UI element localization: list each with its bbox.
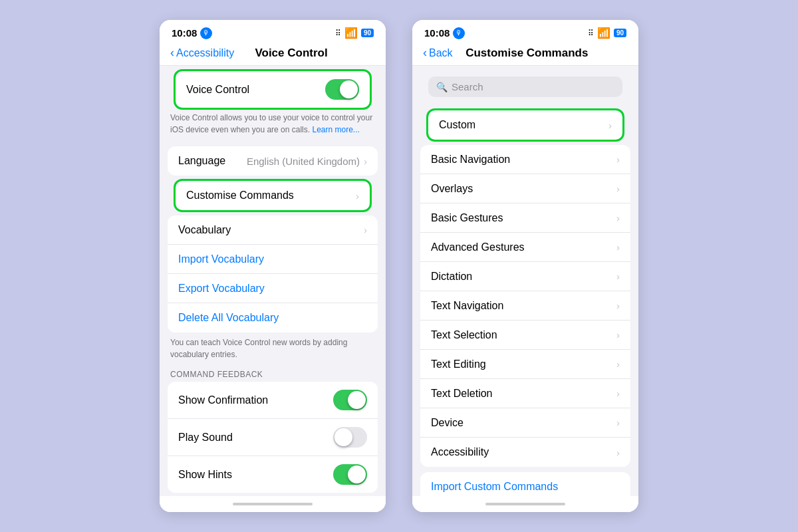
- nav-bar-1: ‹ Accessibility Voice Control: [160, 42, 386, 66]
- back-button-1[interactable]: ‹ Accessibility: [170, 46, 234, 60]
- accessibility-label: Accessibility: [431, 446, 616, 458]
- mic-icon-1: 🎙: [200, 27, 212, 39]
- text-selection-label: Text Selection: [431, 329, 616, 341]
- text-selection-chevron: ›: [616, 329, 620, 340]
- basic-gestures-chevron: ›: [616, 212, 620, 223]
- text-navigation-item[interactable]: Text Navigation ›: [420, 291, 630, 321]
- status-icons-1: ⠿ 📶 90: [335, 27, 374, 39]
- voice-control-group: Voice Control: [176, 71, 370, 108]
- advanced-gestures-chevron: ›: [616, 241, 620, 253]
- import-vocabulary-label: Import Vocabulary: [178, 253, 367, 265]
- voice-control-description: Voice Control allows you to use your voi…: [160, 108, 386, 141]
- basic-navigation-chevron: ›: [616, 154, 620, 165]
- nav-bar-2: ‹ Back Customise Commands: [412, 42, 638, 66]
- customise-commands-group: Customise Commands ›: [176, 181, 370, 210]
- customise-commands-wrapper: Customise Commands ›: [168, 181, 378, 210]
- signal-icon-2: ⠿: [588, 29, 594, 38]
- nav-title-2: Customise Commands: [466, 47, 588, 60]
- export-vocabulary-item[interactable]: Export Vocabulary: [168, 274, 378, 303]
- text-navigation-chevron: ›: [616, 300, 620, 311]
- import-custom-commands-label: Import Custom Commands: [431, 481, 620, 493]
- bottom-links-group: Import Custom Commands Export Custom Com…: [420, 472, 630, 496]
- customise-commands-label: Customise Commands: [186, 190, 356, 201]
- wifi-icon-2: 📶: [597, 27, 610, 39]
- overlays-item[interactable]: Overlays ›: [420, 174, 630, 203]
- vocabulary-chevron: ›: [364, 224, 367, 235]
- show-hints-label: Show Hints: [178, 469, 333, 481]
- battery-1: 90: [361, 29, 374, 37]
- text-selection-item[interactable]: Text Selection ›: [420, 321, 630, 350]
- basic-gestures-item[interactable]: Basic Gestures ›: [420, 203, 630, 233]
- scroll-area-1[interactable]: Voice Control Voice Control allows you t…: [160, 66, 386, 496]
- text-navigation-label: Text Navigation: [431, 300, 616, 312]
- play-sound-label: Play Sound: [178, 432, 333, 444]
- show-confirmation-label: Show Confirmation: [178, 394, 333, 406]
- vocabulary-item[interactable]: Vocabulary ›: [168, 215, 378, 245]
- search-bar-2[interactable]: 🔍 Search: [428, 76, 622, 97]
- toggle-thumb-sc: [348, 391, 366, 409]
- show-hints-toggle[interactable]: [333, 464, 367, 485]
- show-confirmation-item[interactable]: Show Confirmation: [168, 382, 378, 419]
- bottom-bar-1: [160, 496, 386, 512]
- export-vocabulary-label: Export Vocabulary: [178, 283, 367, 295]
- voice-control-section: Voice Control: [168, 71, 378, 108]
- custom-label: Custom: [439, 119, 608, 131]
- custom-wrapper: Custom ›: [420, 110, 630, 140]
- delete-vocabulary-label: Delete All Vocabulary: [178, 312, 367, 324]
- basic-gestures-label: Basic Gestures: [431, 212, 616, 224]
- toggle-thumb-ps: [334, 428, 352, 446]
- voice-control-label: Voice Control: [186, 84, 325, 96]
- import-custom-commands-item[interactable]: Import Custom Commands: [420, 472, 630, 496]
- status-bar-2: 10:08 🎙 ⠿ 📶 90: [412, 20, 638, 42]
- back-arrow-2: ‹: [423, 46, 427, 60]
- device-item[interactable]: Device ›: [420, 408, 630, 438]
- play-sound-toggle[interactable]: [333, 427, 367, 448]
- search-icon-2: 🔍: [436, 82, 448, 92]
- command-feedback-header: COMMAND FEEDBACK: [160, 366, 386, 382]
- back-button-2[interactable]: ‹ Back: [423, 46, 453, 60]
- text-deletion-item[interactable]: Text Deletion ›: [420, 379, 630, 408]
- language-item[interactable]: Language English (United Kingdom) ›: [168, 146, 378, 176]
- search-bar-wrapper: 🔍 Search: [412, 66, 638, 105]
- customise-commands-item[interactable]: Customise Commands ›: [176, 181, 370, 210]
- import-vocabulary-item[interactable]: Import Vocabulary: [168, 245, 378, 274]
- language-value: English (United Kingdom): [247, 156, 360, 167]
- vocabulary-group: Vocabulary › Import Vocabulary Export Vo…: [168, 215, 378, 332]
- play-sound-item[interactable]: Play Sound: [168, 419, 378, 456]
- advanced-gestures-item[interactable]: Advanced Gestures ›: [420, 233, 630, 262]
- show-confirmation-toggle[interactable]: [333, 390, 367, 410]
- dictation-label: Dictation: [431, 271, 616, 283]
- voice-control-item[interactable]: Voice Control: [176, 71, 370, 108]
- back-label-2: Back: [429, 47, 453, 59]
- customise-commands-chevron: ›: [356, 190, 359, 201]
- advanced-gestures-label: Advanced Gestures: [431, 241, 616, 253]
- accessibility-item[interactable]: Accessibility ›: [420, 438, 630, 467]
- dictation-chevron: ›: [616, 271, 620, 282]
- status-icons-2: ⠿ 📶 90: [588, 27, 626, 39]
- custom-group: Custom ›: [428, 110, 622, 140]
- accessibility-chevron: ›: [616, 447, 620, 458]
- learn-more-link[interactable]: Learn more...: [312, 125, 359, 134]
- custom-item[interactable]: Custom ›: [428, 110, 622, 140]
- mic-icon-2: 🎙: [453, 27, 465, 39]
- phone2-frame: 10:08 🎙 ⠿ 📶 90 ‹ Back Customise Commands…: [412, 20, 638, 512]
- commands-list: Basic Navigation › Overlays › Basic Gest…: [420, 145, 630, 467]
- toggle-thumb-sh: [348, 466, 366, 483]
- text-editing-chevron: ›: [616, 358, 620, 370]
- vocabulary-description: You can teach Voice Control new words by…: [160, 332, 386, 366]
- language-label: Language: [178, 155, 247, 167]
- text-editing-label: Text Editing: [431, 358, 616, 370]
- wifi-icon-1: 📶: [344, 27, 358, 39]
- text-deletion-label: Text Deletion: [431, 388, 616, 400]
- show-hints-item[interactable]: Show Hints: [168, 456, 378, 493]
- status-time-1: 10:08: [172, 27, 197, 39]
- toggle-thumb-vc: [340, 80, 358, 98]
- voice-control-toggle[interactable]: [325, 79, 359, 100]
- battery-2: 90: [614, 29, 626, 37]
- basic-navigation-item[interactable]: Basic Navigation ›: [420, 145, 630, 174]
- dictation-item[interactable]: Dictation ›: [420, 262, 630, 291]
- delete-vocabulary-item[interactable]: Delete All Vocabulary: [168, 303, 378, 332]
- scroll-area-2[interactable]: Custom › Basic Navigation › Overlays › B…: [412, 105, 638, 496]
- text-editing-item[interactable]: Text Editing ›: [420, 350, 630, 379]
- custom-chevron: ›: [608, 120, 612, 131]
